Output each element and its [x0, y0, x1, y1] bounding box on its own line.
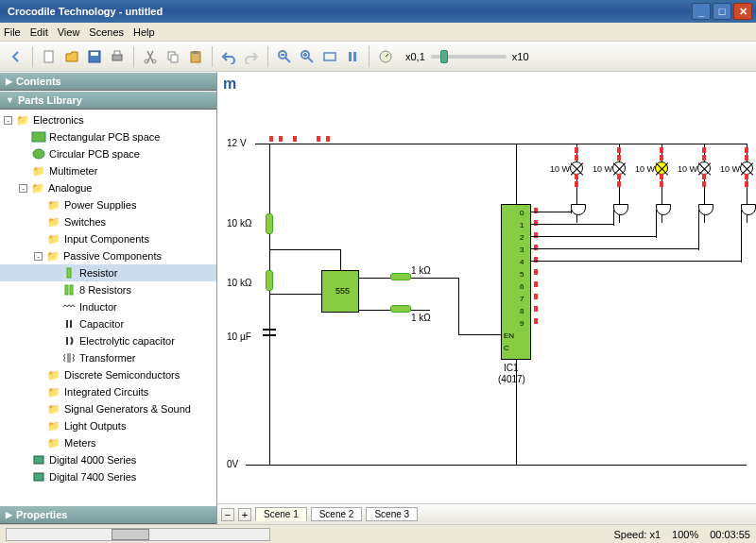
tree-item[interactable]: -Electronics [0, 111, 216, 128]
lamp-label: 10 W [593, 164, 612, 174]
expand-toggle[interactable]: - [4, 116, 12, 125]
menu-file[interactable]: File [4, 26, 21, 38]
tree-item[interactable]: Integrated Circuits [0, 383, 216, 400]
transistor[interactable] [656, 204, 671, 215]
scene-tab[interactable]: Scene 1 [255, 507, 307, 521]
print-button[interactable] [107, 46, 128, 67]
svg-rect-20 [353, 52, 356, 61]
panel-properties[interactable]: ▶Properties [0, 505, 216, 524]
svg-rect-25 [65, 285, 68, 295]
close-button[interactable]: ✕ [733, 3, 752, 20]
add-scene-button[interactable]: + [238, 508, 251, 521]
lamp[interactable] [655, 161, 668, 175]
lamp[interactable] [612, 161, 626, 175]
svg-line-12 [285, 58, 290, 62]
tree-item[interactable]: Capacitor [0, 315, 216, 332]
tree-item[interactable]: Rectangular PCB space [0, 128, 216, 145]
cut-button[interactable] [140, 46, 161, 67]
tree-item[interactable]: Discrete Semiconductors [0, 366, 216, 383]
undo-button[interactable] [218, 46, 239, 67]
tree-item-label: Rectangular PCB space [49, 131, 160, 143]
tree-item-label: Inductor [79, 301, 117, 313]
zoom-out-button[interactable] [274, 46, 295, 67]
redo-button[interactable] [241, 46, 262, 67]
save-button[interactable] [84, 46, 105, 67]
parts-tree[interactable]: -ElectronicsRectangular PCB spaceCircula… [0, 110, 216, 505]
wire [255, 144, 747, 144]
menu-edit[interactable]: Edit [30, 26, 48, 38]
fit-button[interactable] [319, 46, 340, 67]
tree-item[interactable]: Light Outputs [0, 417, 216, 434]
tree-item[interactable]: Resistor [0, 264, 216, 281]
menu-view[interactable]: View [58, 26, 80, 38]
schematic-canvas[interactable]: m 12 V 0V 10 kΩ [217, 72, 756, 503]
tree-item[interactable]: Transformer [0, 349, 216, 366]
svg-rect-18 [324, 53, 335, 60]
resistor[interactable] [266, 270, 273, 291]
svg-rect-2 [91, 52, 98, 56]
tree-item[interactable]: Multimeter [0, 162, 216, 179]
tree-item-label: Integrated Circuits [64, 386, 148, 398]
tree-item-label: Digital 7400 Series [49, 471, 136, 483]
pin-label: 4 [520, 258, 524, 266]
scene-tab[interactable]: Scene 3 [366, 507, 418, 521]
pin-label: EN [504, 331, 514, 340]
menu-help[interactable]: Help [133, 26, 155, 38]
pin-label: C [504, 344, 509, 352]
tree-item[interactable]: Digital 7400 Series [0, 468, 216, 485]
tree-item[interactable]: Electrolytic capacitor [0, 332, 216, 349]
tree-item-label: Electrolytic capacitor [79, 335, 175, 347]
tree-item-label: Signal Generators & Sound [64, 403, 191, 415]
tree-item[interactable]: Input Components [0, 230, 216, 247]
tree-item-label: Circular PCB space [49, 148, 140, 160]
lamp[interactable] [697, 161, 711, 175]
speed-slider[interactable]: x0,1 x10 [405, 51, 529, 62]
expand-toggle[interactable]: - [19, 184, 27, 193]
transistor[interactable] [741, 204, 756, 215]
pin-label: 0 [520, 209, 524, 217]
transistor[interactable] [698, 204, 713, 215]
menu-scenes[interactable]: Scenes [89, 26, 124, 38]
lamp[interactable] [570, 161, 583, 175]
transistor[interactable] [613, 204, 628, 215]
tree-item[interactable]: Power Supplies [0, 196, 216, 213]
resistor[interactable] [390, 305, 411, 313]
scene-tab[interactable]: Scene 2 [311, 507, 363, 521]
toolbar-sep [212, 46, 213, 67]
paste-button[interactable] [185, 46, 206, 67]
pause-button[interactable] [342, 46, 363, 67]
wire [246, 465, 747, 466]
resistor[interactable] [266, 213, 273, 234]
copy-button[interactable] [163, 46, 183, 67]
svg-rect-26 [70, 285, 73, 295]
open-button[interactable] [61, 46, 82, 67]
tree-item[interactable]: Circular PCB space [0, 145, 216, 162]
tree-item[interactable]: -Analogue [0, 179, 216, 196]
tree-item[interactable]: Inductor [0, 298, 216, 315]
lamp[interactable] [740, 161, 753, 175]
back-button[interactable] [6, 46, 26, 67]
zoom-in-button[interactable] [297, 46, 318, 67]
tree-item[interactable]: Switches [0, 213, 216, 230]
chip-555[interactable]: 555 [321, 270, 359, 313]
panel-contents[interactable]: ▶Contents [0, 72, 216, 91]
tree-item[interactable]: -Passive Components [0, 247, 216, 264]
tree-item[interactable]: Digital 4000 Series [0, 451, 216, 468]
resistor[interactable] [390, 273, 411, 280]
maximize-button[interactable]: □ [713, 3, 731, 20]
minimize-button[interactable]: _ [692, 3, 711, 20]
transistor[interactable] [571, 204, 586, 215]
tree-item[interactable]: 8 Resistors [0, 281, 216, 298]
expand-toggle[interactable]: - [34, 252, 43, 261]
remove-scene-button[interactable]: − [221, 508, 234, 521]
svg-rect-8 [171, 55, 178, 62]
toolbar-sep [267, 46, 268, 67]
lamp-label: 10 W [720, 164, 740, 174]
toolbar-sep [369, 46, 369, 67]
svg-rect-24 [67, 268, 71, 278]
panel-parts-library[interactable]: ▼Parts Library [0, 91, 216, 110]
new-button[interactable] [39, 46, 60, 67]
horizontal-scrollbar[interactable] [6, 528, 270, 541]
tree-item[interactable]: Signal Generators & Sound [0, 400, 216, 417]
tree-item[interactable]: Meters [0, 434, 216, 451]
